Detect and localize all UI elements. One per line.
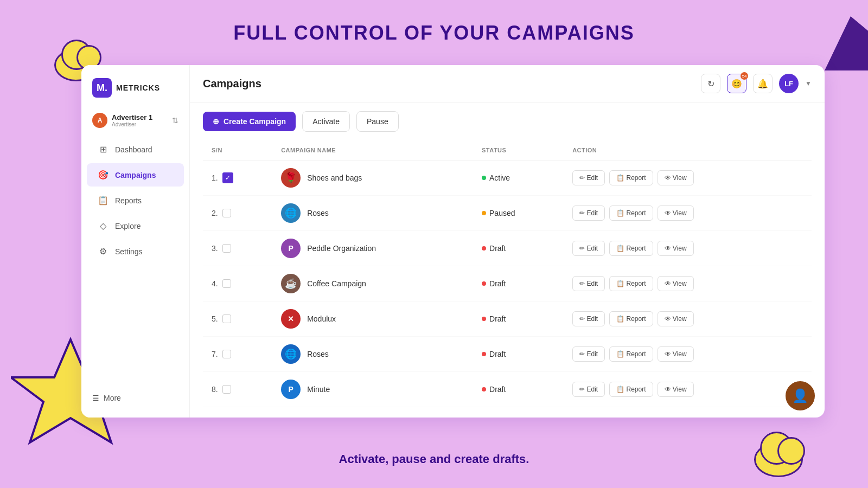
cell-actions: ✏ Edit 📋 Report 👁 View <box>564 196 812 231</box>
user-dropdown-arrow[interactable]: ▼ <box>805 80 812 87</box>
view-button[interactable]: 👁 View <box>658 311 694 326</box>
row-checkbox[interactable] <box>222 385 231 394</box>
more-label: More <box>104 394 121 402</box>
cell-sn: 3. <box>203 231 272 266</box>
report-button[interactable]: 📋 Report <box>609 170 653 185</box>
status-text: Draft <box>489 314 506 323</box>
campaign-name: Modulux <box>307 314 336 323</box>
campaign-toolbar: ⊕ Create Campaign Activate Pause <box>190 102 825 140</box>
campaign-name: Coffee Campaign <box>307 279 366 288</box>
status-text: Paused <box>489 209 515 217</box>
view-button[interactable]: 👁 View <box>658 276 694 291</box>
chat-button[interactable]: 😊 54 <box>727 74 746 93</box>
table-row: 5. ✕ Modulux Draft ✏ Edit 📋 Report 👁 Vie… <box>203 301 812 337</box>
report-button[interactable]: 📋 Report <box>609 276 653 291</box>
cell-actions: ✏ Edit 📋 Report 👁 View <box>564 372 812 407</box>
view-button[interactable]: 👁 View <box>658 241 694 256</box>
sidebar-item-label: Campaigns <box>115 171 156 179</box>
logo-icon: M. <box>92 78 112 98</box>
table-row: 1. ✓ 🌹 Shoes and bags Active ✏ Edit 📋 Re… <box>203 160 812 196</box>
cell-sn: 1. ✓ <box>203 160 272 196</box>
table-row: 7. 🌐 Roses Draft ✏ Edit 📋 Report 👁 View <box>203 337 812 372</box>
edit-button[interactable]: ✏ Edit <box>572 382 605 397</box>
cell-campaign-name: ✕ Modulux <box>272 301 473 337</box>
row-checkbox[interactable] <box>222 314 231 323</box>
topbar: Campaigns ↻ 😊 54 🔔 LF ▼ <box>190 65 825 102</box>
avatar: A <box>92 113 107 128</box>
status-dot <box>482 176 486 180</box>
campaign-name: Shoes and bags <box>307 174 362 182</box>
create-campaign-button[interactable]: ⊕ Create Campaign <box>203 112 296 131</box>
edit-button[interactable]: ✏ Edit <box>572 206 605 221</box>
cell-status: Draft <box>473 266 564 301</box>
edit-button[interactable]: ✏ Edit <box>572 276 605 291</box>
explore-icon: ◇ <box>98 221 108 231</box>
sort-icon[interactable]: ⇅ <box>172 116 178 125</box>
sidebar-item-settings[interactable]: ⚙ Settings <box>87 240 184 263</box>
view-button[interactable]: 👁 View <box>658 346 694 362</box>
refresh-button[interactable]: ↻ <box>701 74 720 93</box>
settings-icon: ⚙ <box>98 246 108 256</box>
cell-campaign-name: 🌐 Roses <box>272 337 473 372</box>
activate-button[interactable]: Activate <box>302 111 350 132</box>
topbar-actions: ↻ 😊 54 🔔 LF ▼ <box>701 74 812 93</box>
edit-button[interactable]: ✏ Edit <box>572 346 605 362</box>
edit-button[interactable]: ✏ Edit <box>572 170 605 185</box>
sidebar-item-dashboard[interactable]: ⊞ Dashboard <box>87 138 184 161</box>
campaign-name: Minute <box>307 385 330 394</box>
report-button[interactable]: 📋 Report <box>609 241 653 256</box>
col-sn: S/N <box>203 140 272 160</box>
cell-actions: ✏ Edit 📋 Report 👁 View <box>564 160 812 196</box>
notifications-button[interactable]: 🔔 <box>753 74 773 93</box>
view-button[interactable]: 👁 View <box>658 206 694 221</box>
col-status: STATUS <box>473 140 564 160</box>
bottom-subtitle: Activate, pause and create drafts. <box>0 452 868 466</box>
row-checkbox[interactable] <box>222 350 231 358</box>
campaigns-table-container: S/N CAMPAIGN NAME STATUS ACTION 1. ✓ 🌹 S… <box>190 140 825 418</box>
report-button[interactable]: 📋 Report <box>609 206 653 221</box>
view-button[interactable]: 👁 View <box>658 170 694 185</box>
sidebar-item-label: Explore <box>115 222 141 230</box>
dashboard-icon: ⊞ <box>98 144 108 155</box>
plus-icon: ⊕ <box>213 117 219 126</box>
more-button[interactable]: ☰ More <box>81 387 189 409</box>
campaign-thumbnail: 🌐 <box>281 203 301 223</box>
edit-button[interactable]: ✏ Edit <box>572 241 605 256</box>
sidebar-item-explore[interactable]: ◇ Explore <box>87 214 184 237</box>
advertiser-row[interactable]: A Advertiser 1 Advertiser ⇅ <box>81 108 189 137</box>
status-text: Active <box>489 174 510 182</box>
user-avatar[interactable]: LF <box>779 74 799 93</box>
status-dot <box>482 281 486 286</box>
status-text: Draft <box>489 244 506 253</box>
table-row: 8. P Minute Draft ✏ Edit 📋 Report 👁 View <box>203 372 812 407</box>
cell-campaign-name: 🌹 Shoes and bags <box>272 160 473 196</box>
pause-button[interactable]: Pause <box>356 111 399 132</box>
row-checkbox[interactable] <box>222 279 231 288</box>
view-button[interactable]: 👁 View <box>658 382 694 397</box>
row-checkbox[interactable] <box>222 209 231 217</box>
cell-sn: 8. <box>203 372 272 407</box>
chat-badge: 54 <box>741 72 748 80</box>
cell-status: Draft <box>473 301 564 337</box>
sidebar-item-reports[interactable]: 📋 Reports <box>87 189 184 212</box>
table-row: 4. ☕ Coffee Campaign Draft ✏ Edit 📋 Repo… <box>203 266 812 301</box>
campaign-thumbnail: ✕ <box>281 309 301 329</box>
hamburger-icon: ☰ <box>92 394 99 402</box>
sidebar-item-campaigns[interactable]: 🎯 Campaigns <box>87 163 184 187</box>
cell-sn: 7. <box>203 337 272 372</box>
report-button[interactable]: 📋 Report <box>609 311 653 326</box>
cell-status: Draft <box>473 372 564 407</box>
logo-text: METRICKS <box>116 84 160 92</box>
reports-icon: 📋 <box>98 195 108 206</box>
campaign-name: Roses <box>307 209 329 217</box>
edit-button[interactable]: ✏ Edit <box>572 311 605 326</box>
report-button[interactable]: 📋 Report <box>609 382 653 397</box>
table-header-row: S/N CAMPAIGN NAME STATUS ACTION <box>203 140 812 160</box>
cell-actions: ✏ Edit 📋 Report 👁 View <box>564 266 812 301</box>
sidebar-item-label: Settings <box>115 247 143 256</box>
row-checkbox[interactable] <box>222 244 231 253</box>
row-checkbox-checked[interactable]: ✓ <box>222 172 233 183</box>
report-button[interactable]: 📋 Report <box>609 346 653 362</box>
cell-status: Draft <box>473 231 564 266</box>
cell-campaign-name: ☕ Coffee Campaign <box>272 266 473 301</box>
